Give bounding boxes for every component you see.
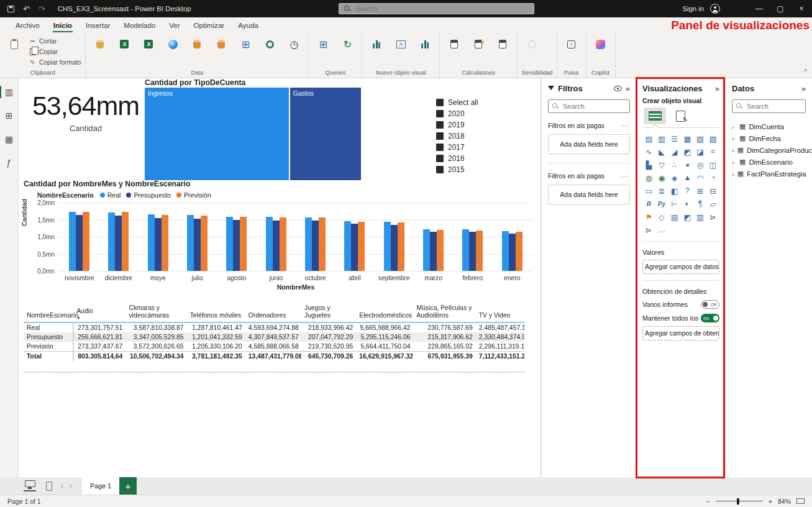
zoom-in-button[interactable]: + (769, 498, 772, 505)
data-table-dimfecha[interactable]: ›▦DimFecha (732, 132, 806, 144)
bar-previsi-n[interactable] (83, 212, 89, 271)
ribbon-button-sensibilidad[interactable]: Sensibilidad ▾ (520, 35, 544, 69)
report-visual-icon[interactable]: ▥ (695, 212, 706, 222)
table-row[interactable]: Real273,301,757.513,587,810,338.871,287,… (24, 322, 524, 332)
year-slicer[interactable]: Select all202020192018201720162015 (436, 97, 517, 175)
checkbox-icon[interactable] (436, 121, 444, 129)
bar-real[interactable] (108, 212, 115, 271)
ribbon-button-sql-server[interactable]: SQL Server (185, 35, 209, 69)
chevron-right-icon[interactable]: › (732, 170, 734, 178)
ribbon-button-nueva-medida[interactable]: Nueva medida (442, 35, 466, 69)
stacked-bar-chart-icon[interactable]: ▤ (643, 134, 654, 144)
report-canvas[interactable]: 53,64mm Cantidad Cantidad por TipoDeCuen… (19, 78, 541, 477)
stacked-area-chart-icon[interactable]: ◢ (669, 147, 680, 157)
more-options-icon[interactable]: ··· (622, 122, 630, 129)
column-header-electrodom-sticos[interactable]: Electrodomésticos (356, 303, 413, 322)
line-chart-icon[interactable]: ∿ (643, 147, 654, 157)
slicer-item-2020[interactable]: 2020 (436, 108, 517, 119)
bar-real[interactable] (502, 231, 509, 271)
checkbox-icon[interactable] (436, 155, 444, 162)
bar-previsi-n[interactable] (516, 232, 522, 271)
bar-presupuesto[interactable] (155, 218, 162, 271)
slicer-item-2019[interactable]: 2019 (436, 119, 517, 130)
ribbon-chart-icon[interactable]: ≈ (708, 147, 719, 157)
power-automate-visual-icon[interactable]: ⊳ (643, 225, 654, 235)
bar-real[interactable] (305, 217, 312, 271)
bar-presupuesto[interactable] (115, 216, 122, 271)
undo-icon[interactable]: ↶ (23, 5, 30, 13)
matrix-visual[interactable]: NombreEscenarioAudio▲Ckmaras y videocáma… (24, 303, 524, 361)
azure-map-icon[interactable]: ▲ (682, 173, 693, 183)
smart-narrative-icon[interactable]: ¶ (695, 199, 706, 209)
matrix-icon[interactable]: ⊟ (708, 186, 719, 196)
map-icon[interactable]: ◍ (643, 173, 654, 183)
save-icon[interactable] (7, 6, 14, 12)
more-options-icon[interactable]: ··· (622, 173, 630, 180)
goals-icon[interactable]: ⚑ (643, 212, 654, 222)
table-row[interactable]: Total803.305.814,6410,506,702,494.343,78… (24, 351, 524, 361)
decomposition-tree-icon[interactable]: ⊢ (669, 199, 680, 209)
clustered-column-chart-icon[interactable]: ▦ (682, 134, 693, 144)
cross-report-toggle[interactable]: Off (701, 300, 719, 309)
ribbon-button-c-lculos[interactable]: Cálculos ▾ (491, 35, 514, 69)
maximize-button[interactable]: ▢ (770, 0, 791, 17)
clustered-bar-chart-icon[interactable]: ☰ (669, 134, 680, 144)
table-row[interactable]: Previsión273,337,437.673,572,300,626.651… (24, 342, 524, 352)
model-view-icon[interactable]: ▦ (1, 132, 17, 147)
more-options-icon[interactable]: … (656, 225, 667, 235)
ribbon-button-copiar[interactable]: Copiar (27, 47, 83, 57)
power-apps-icon[interactable]: ◇ (656, 212, 667, 222)
ribbon-button-cortar[interactable]: ✂Cortar (27, 37, 83, 46)
collapse-ribbon-icon[interactable]: ^ (804, 68, 807, 75)
card-visual[interactable]: 53,64mm Cantidad (25, 86, 147, 179)
data-search[interactable] (732, 99, 806, 113)
shape-map-icon[interactable]: ◈ (669, 173, 680, 183)
bar-presupuesto[interactable] (509, 234, 516, 272)
slicer-item-2015[interactable]: 2015 (436, 164, 517, 175)
close-button[interactable]: × (791, 0, 812, 17)
bar-previsi-n[interactable] (319, 217, 326, 271)
ribbon-button-origenes-recientes[interactable]: ◷Origenes recientes ▾ (282, 35, 306, 69)
checkbox-icon[interactable] (436, 99, 444, 106)
bar-real[interactable] (344, 221, 351, 271)
drillthrough-drop-zone[interactable]: Agregar campos de obten... (642, 326, 719, 340)
sign-in-button[interactable]: Sign in (682, 5, 704, 12)
bar-presupuesto[interactable] (391, 225, 398, 271)
bar-previsi-n[interactable] (280, 217, 286, 271)
bar-previsi-n[interactable] (398, 222, 404, 271)
titlebar-search[interactable] (339, 3, 534, 14)
treemap-visual[interactable]: IngresosGastos (145, 88, 361, 180)
bar-previsi-n[interactable] (358, 222, 365, 271)
treemap-slice-ingresos[interactable]: Ingresos (145, 88, 289, 180)
data-table-dimescenario[interactable]: ›▦DimEscenario (732, 156, 806, 168)
100-stacked-bar-chart-icon[interactable]: ▧ (695, 134, 706, 144)
bar-previsi-n[interactable] (162, 215, 168, 271)
collapse-filters-icon[interactable]: » (626, 84, 630, 93)
filters-search-input[interactable] (563, 103, 626, 110)
account-avatar-icon[interactable] (710, 4, 720, 14)
bar-previsi-n[interactable] (201, 216, 208, 271)
menu-tab-modelado[interactable]: Modelado (117, 18, 162, 34)
bar-presupuesto[interactable] (194, 219, 201, 271)
ribbon-button-pegar[interactable]: Pegar (2, 35, 26, 69)
format-visual-icon[interactable] (676, 111, 685, 122)
previous-page-icon[interactable]: ‹ (61, 482, 63, 490)
metrics-icon[interactable]: ◩ (682, 212, 693, 222)
ribbon-button-sql-server[interactable]: SQL Server (209, 35, 233, 69)
table-row[interactable]: Presupuesto256,666,621.813,347,005,529.8… (24, 332, 524, 342)
ribbon-button-actualizar[interactable]: ↻Actualizar (335, 35, 359, 69)
minimize-button[interactable]: — (749, 0, 770, 17)
report-view-icon[interactable]: ▥ (1, 84, 17, 99)
chevron-right-icon[interactable]: › (732, 158, 736, 166)
arcgis-map-icon[interactable]: ◠ (695, 173, 706, 183)
zoom-slider-thumb[interactable] (737, 498, 739, 505)
table-view-icon[interactable]: ⊞ (1, 108, 17, 123)
ribbon-button-obtener-datos[interactable]: Obtener datos ▾ (88, 35, 112, 69)
scatter-chart-icon[interactable]: ∴ (669, 160, 680, 170)
donut-chart-icon[interactable]: ◎ (695, 160, 706, 170)
card-icon[interactable]: ▭ (643, 186, 654, 196)
ribbon-button-m-s-objetos-visuales[interactable]: Más objetos visuales ▾ (413, 35, 437, 69)
bar-presupuesto[interactable] (430, 232, 437, 271)
zoom-out-button[interactable]: − (706, 498, 710, 505)
menu-tab-inicio[interactable]: Inicio (47, 18, 79, 34)
